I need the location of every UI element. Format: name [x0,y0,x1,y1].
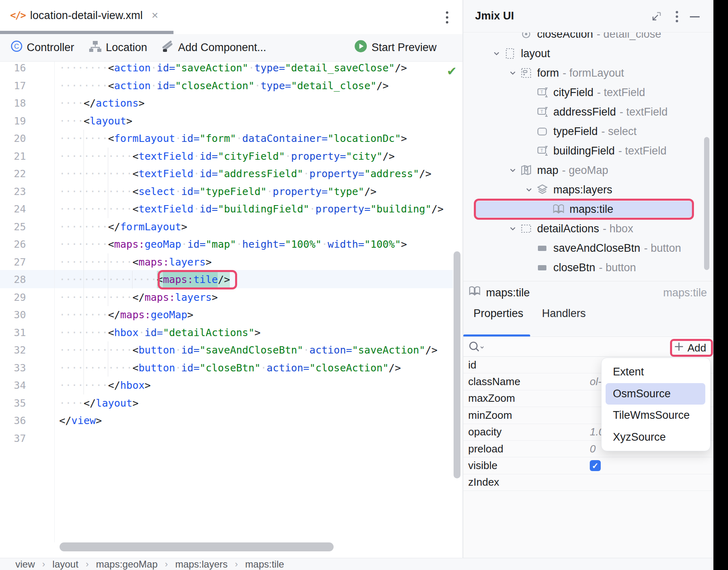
tree-item-label: detailActions [537,223,599,235]
line-number: 32 [0,341,26,359]
code-line[interactable]: 27············<maps:layers> [0,253,462,271]
tree-annotation-ring [474,199,694,220]
search-icon[interactable] [468,341,486,355]
code-line[interactable]: 29············</maps:layers> [0,289,462,306]
tree-item-buildingfield[interactable]: TbuildingField- textField [463,141,711,161]
code-line[interactable]: 37 [0,430,462,448]
layers-icon [536,184,548,196]
property-value[interactable]: 0 [590,443,595,455]
breadcrumb-maps-layers[interactable]: maps:layers [175,559,227,570]
line-number: 28 [0,271,26,289]
chevron-down-icon[interactable] [489,49,504,58]
tree-item-type: - button [644,242,681,255]
tree-item-typefield[interactable]: typeField- select [463,122,711,141]
tree-item-addressfield[interactable]: TaddressField- textField [463,102,711,122]
line-number: 31 [0,324,26,342]
tree-item-label: buildingField [553,145,615,157]
code-line[interactable]: 23············<select·id="typeField"·pro… [0,183,462,201]
line-number: 34 [0,377,26,394]
editor-horizontal-scrollbar[interactable] [60,542,334,551]
tree-item-type: - textField [620,106,668,118]
code-line[interactable]: 26········<maps:geoMap·id="map"·height="… [0,236,462,253]
inspection-ok-icon[interactable]: ✔ [447,64,457,78]
chevron-down-icon[interactable] [522,185,536,194]
textfield-icon: T [536,145,548,157]
line-number: 20 [0,130,26,148]
breadcrumb-layout[interactable]: layout [52,559,78,570]
code-line[interactable]: 18····</actions> [0,94,462,112]
tree-item-label: form [537,67,559,79]
line-number: 35 [0,394,26,412]
breadcrumb-maps-geomap[interactable]: maps:geoMap [96,559,158,570]
line-number: 24 [0,200,26,218]
tree-item-type: - textField [597,86,645,99]
property-value[interactable]: ol- [590,375,602,388]
chevron-down-icon[interactable] [505,69,520,77]
code-line[interactable]: 22············<textField·id="addressFiel… [0,165,462,183]
tab-properties[interactable]: Properties [473,307,523,320]
tree-item-saveandclosebtn[interactable]: saveAndCloseBtn- button [463,238,711,258]
tree-item-detailactions[interactable]: detailActions- hbox [463,219,711,238]
code-line[interactable]: 17········<action·id="closeAction"·type=… [0,77,462,95]
visible-checkbox[interactable]: ✓ [590,460,601,471]
property-name: zIndex [468,476,499,489]
tree-item-type: - button [599,261,636,274]
code-line[interactable]: 35····</layout> [0,394,462,412]
tab-handlers[interactable]: Handlers [542,307,586,320]
property-row-visible[interactable]: visible✓ [463,457,713,474]
property-name: className [468,375,520,388]
line-number: 23 [0,183,26,201]
code-line[interactable]: 32············<button·id="saveAndCloseBt… [0,341,462,359]
chevron-down-icon[interactable] [505,224,520,233]
line-number: 30 [0,306,26,324]
hide-panel-icon[interactable] [650,11,662,23]
tree-item-map[interactable]: map- geoMap [463,161,711,180]
panel-options-kebab-icon[interactable] [671,11,683,23]
breadcrumb-separator: › [235,559,238,570]
minimize-panel-icon[interactable] [689,11,701,23]
breadcrumb-separator: › [42,559,45,570]
editor-vertical-scrollbar[interactable] [454,251,460,478]
code-line[interactable]: 24············<textField·id="buildingFie… [0,200,462,218]
code-line[interactable]: 21············<textField·id="cityField"·… [0,148,462,165]
chevron-down-icon[interactable] [505,166,520,175]
line-number: 33 [0,359,26,377]
code-annotation-ring [158,270,237,289]
tree-item-maps-layers[interactable]: maps:layers [463,180,711,199]
property-row-zindex[interactable]: zIndex [463,474,713,491]
select-icon [536,125,548,137]
code-line[interactable]: 31········<hbox·id="detailActions"> [0,324,462,342]
tree-item-type: - geoMap [562,164,608,177]
breadcrumb-view[interactable]: view [15,559,35,570]
tree-item-type: - textField [619,145,667,157]
tree-item-form[interactable]: form- formLayout [463,63,711,83]
code-line[interactable]: 16········<action·id="saveAction"·type="… [0,59,462,77]
breadcrumb-bar: view›layout›maps:geoMap›maps:layers›maps… [0,558,713,570]
code-line[interactable]: 33············<button·id="closeBtn"·acti… [0,359,462,377]
line-number: 36 [0,412,26,430]
popup-item-tilewmssource[interactable]: TileWmsSource [602,405,710,426]
code-line[interactable]: 34········</hbox> [0,377,462,394]
svg-text:T: T [540,90,543,94]
code-line[interactable]: 36</view> [0,412,462,430]
property-name: opacity [468,426,501,438]
line-number: 17 [0,77,26,95]
property-name: maxZoom [468,392,515,405]
code-line[interactable]: 30········</maps:geoMap> [0,306,462,324]
ide-content: </> location-detail-view.xml × C Control… [0,0,713,570]
popup-item-osmsource[interactable]: OsmSource [606,383,705,405]
popup-item-xyzsource[interactable]: XyzSource [602,426,710,448]
code-line[interactable]: 25········</formLayout> [0,218,462,236]
code-line[interactable]: 19····<layout> [0,112,462,130]
tree-item-layout[interactable]: layout [463,44,711,63]
hbox-icon [520,223,532,235]
tree-item-cityfield[interactable]: TcityField- textField [463,83,711,102]
tree-item-label: layout [521,47,550,60]
map-icon [520,164,532,176]
popup-item-extent[interactable]: Extent [602,361,710,383]
breadcrumb-maps-tile[interactable]: maps:tile [245,559,284,570]
tree-item-label: closeBtn [553,261,595,274]
tree-item-closebtn[interactable]: closeBtn- button [463,258,711,277]
code-line[interactable]: 20········<formLayout·id="form"·dataCont… [0,130,462,148]
svg-text:T: T [540,109,543,114]
